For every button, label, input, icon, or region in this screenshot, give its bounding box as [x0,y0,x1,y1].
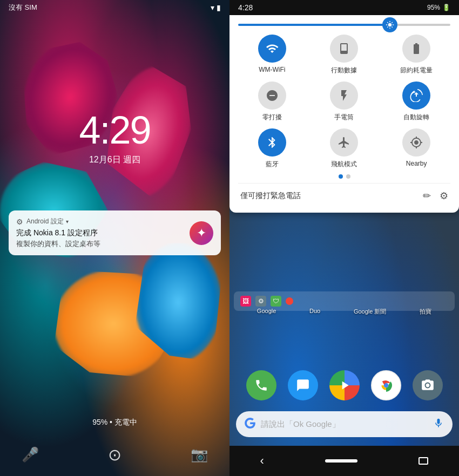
qs-dot-2 [346,174,350,179]
shield-app-icon: 🛡 [271,296,281,307]
airplane-tile-icon [330,128,358,157]
wifi-tile-icon [258,35,286,63]
notification-app-name: Android 設定 ▾ [26,217,69,226]
camera-app[interactable] [413,370,443,400]
phone-app[interactable] [246,370,276,400]
status-icons: ▾ ▮ [211,3,221,12]
navigation-bar: ‹ [230,446,459,476]
mobile-tile-icon [330,35,358,63]
mobile-tile-label: 行動數據 [331,66,357,75]
google-g-logo [245,418,255,431]
clock-time: 4:29 [0,108,230,152]
mic-icon[interactable]: 🎤 [22,446,39,463]
wifi-icon: ▾ [211,3,214,12]
messages-app[interactable] [288,370,318,400]
carrier-text: 沒有 SIM [9,3,37,12]
qs-bottom-bar: 僅可撥打緊急電話 ✏ ⚙ [238,183,450,204]
notification-title: 完成 Nokia 8.1 設定程序 [16,228,183,238]
qs-tile-battery-saver[interactable]: 節約耗電量 [382,35,450,75]
qs-tile-mobile[interactable]: 行動數據 [310,35,379,75]
fingerprint-icon[interactable]: ⊙ [108,445,122,464]
wifi-tile-label: WM-WiFi [259,66,285,73]
settings-icon[interactable]: ⚙ [440,190,448,202]
nearby-tile-icon [402,128,430,157]
brightness-thumb[interactable] [382,17,397,32]
home-button[interactable] [325,459,357,463]
qs-tile-airplane[interactable]: 飛航模式 [310,128,379,169]
clock-date: 12月6日 週四 [0,154,230,166]
left-status-bar: 沒有 SIM ▾ ▮ [0,0,230,15]
home-screen: 4:28 95% 🔋 [230,0,459,476]
qs-dot-1 [339,174,343,179]
airplane-tile-label: 飛航模式 [331,160,357,169]
notification-content: ⚙ Android 設定 ▾ 完成 Nokia 8.1 設定程序 複製你的資料、… [16,217,183,249]
qs-tile-bluetooth[interactable]: 藍牙 [238,128,306,169]
app-notification-bar: 🖼 ⚙ 🛡 [234,291,455,311]
home-dock [230,370,459,400]
dnd-tile-icon [258,81,286,110]
rotation-tile-label: 自動旋轉 [403,113,429,122]
notification-app-icon: ⚙ [16,217,23,226]
right-status-icons: 95% 🔋 [427,4,450,11]
search-mic-icon[interactable] [433,418,444,431]
notification-action-icon[interactable]: ✦ [190,221,213,245]
edit-icon[interactable]: ✏ [423,190,431,202]
nearby-tile-label: Nearby [406,160,427,167]
battery-status-icon: ▮ [217,3,221,12]
qs-tile-nearby[interactable]: Nearby [382,128,450,169]
lock-screen: 沒有 SIM ▾ ▮ 4:29 12月6日 週四 ⚙ Android 設定 ▾ … [0,0,230,476]
bluetooth-tile-label: 藍牙 [266,160,279,169]
right-battery-text: 95% [427,4,440,11]
notification-body: 複製你的資料、設定桌布等 [16,239,183,249]
notification-header: ⚙ Android 設定 ▾ [16,217,183,226]
right-status-bar: 4:28 95% 🔋 [230,0,459,15]
bluetooth-tile-icon [258,128,286,157]
battery-saver-tile-icon [402,35,430,63]
back-button[interactable]: ‹ [260,454,264,468]
quick-settings-panel: WM-WiFi 行動數據 節約耗電量 [230,15,459,213]
qs-tile-rotation[interactable]: 自動旋轉 [382,81,450,122]
search-bar[interactable]: 請說出「Ok Google」 [236,411,453,437]
qs-action-icons: ✏ ⚙ [423,190,448,202]
lock-clock: 4:29 12月6日 週四 [0,108,230,166]
rotation-tile-icon [402,81,430,110]
recents-button[interactable] [418,457,428,465]
search-placeholder-text: 請說出「Ok Google」 [261,419,428,430]
flashlight-tile-icon [330,81,358,110]
brightness-row [238,24,450,26]
dot-indicator [286,297,293,305]
notification-chevron: ▾ [66,219,69,225]
right-clock: 4:28 [238,3,253,12]
chrome-app[interactable] [371,370,401,400]
qs-page-dots [238,174,450,179]
brightness-slider[interactable] [238,24,450,26]
qs-tile-wifi[interactable]: WM-WiFi [238,35,306,75]
battery-saver-tile-label: 節約耗電量 [400,66,433,75]
flashlight-tile-label: 手電筒 [334,113,354,122]
notification-card[interactable]: ⚙ Android 設定 ▾ 完成 Nokia 8.1 設定程序 複製你的資料、… [9,210,221,255]
qs-tile-flashlight[interactable]: 手電筒 [310,81,379,122]
left-bottom-bar: 🎤 ⊙ 📷 [0,433,230,476]
emergency-text: 僅可撥打緊急電話 [240,191,301,201]
quick-settings-grid: WM-WiFi 行動數據 節約耗電量 [238,35,450,169]
settings-app-icon: ⚙ [255,296,266,307]
play-app[interactable] [329,370,360,400]
gallery-app-icon: 🖼 [240,296,251,307]
qs-tile-dnd[interactable]: 零打擾 [238,81,306,122]
right-battery-icon: 🔋 [442,4,450,11]
battery-label: 95% • 充電中 [0,418,230,427]
dnd-tile-label: 零打擾 [262,113,282,122]
camera-icon[interactable]: 📷 [191,446,208,463]
